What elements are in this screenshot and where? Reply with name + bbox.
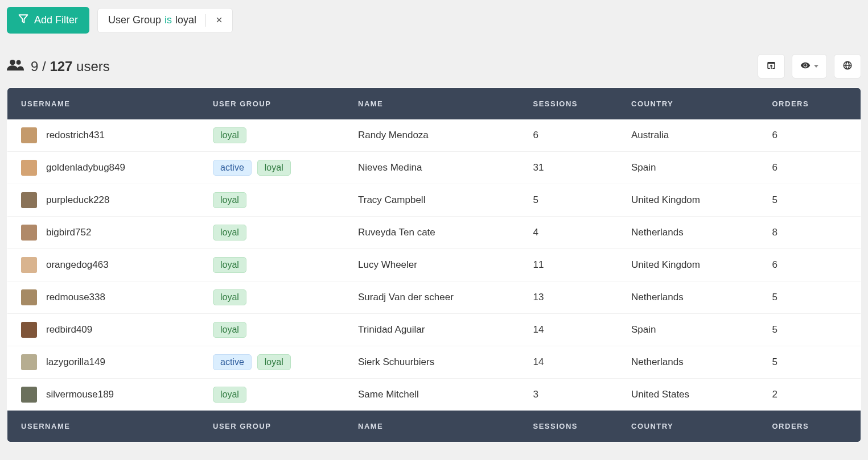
- cell-sessions: 3: [520, 379, 618, 411]
- username: redmouse338: [46, 292, 105, 303]
- add-filter-label: Add Filter: [34, 14, 78, 26]
- filter-field: User Group: [108, 14, 161, 26]
- globe-button[interactable]: [834, 54, 861, 78]
- username: bigbird752: [46, 227, 91, 238]
- cell-username: purpleduck228: [7, 184, 200, 217]
- table-row[interactable]: redostrich431loyalRandy Mendoza6Australi…: [7, 119, 861, 152]
- cell-country: Australia: [618, 119, 759, 152]
- close-icon: [215, 15, 223, 26]
- avatar: [21, 257, 37, 273]
- results-label: users: [72, 59, 109, 74]
- filter-chip[interactable]: User Group is loyal: [97, 8, 233, 33]
- tag-active: active: [213, 160, 252, 176]
- cell-name: Nieves Medina: [344, 152, 520, 184]
- avatar: [21, 160, 37, 176]
- cell-orders: 5: [759, 184, 861, 217]
- tag-loyal: loyal: [213, 289, 246, 305]
- table-row[interactable]: bigbird752loyalRuveyda Ten cate4Netherla…: [7, 217, 861, 249]
- col-footer-sessions: SESSIONS: [520, 411, 618, 442]
- avatar: [21, 322, 37, 338]
- cell-name: Sierk Schuurbiers: [344, 346, 520, 379]
- cell-country: United Kingdom: [618, 249, 759, 281]
- avatar: [21, 127, 37, 143]
- col-header-username[interactable]: USERNAME: [7, 88, 200, 120]
- cell-orders: 5: [759, 281, 861, 314]
- avatar: [21, 387, 37, 403]
- cell-username: orangedog463: [7, 249, 200, 281]
- tag-loyal: loyal: [213, 257, 246, 273]
- filter-divider: [205, 14, 206, 27]
- cell-username: redmouse338: [7, 281, 200, 314]
- username: goldenladybug849: [46, 162, 125, 173]
- add-filter-button[interactable]: Add Filter: [7, 7, 89, 34]
- users-icon: [7, 59, 24, 74]
- svg-marker-0: [19, 15, 28, 23]
- tag-loyal: loyal: [213, 192, 246, 208]
- chevron-down-icon: [814, 65, 818, 68]
- col-header-name[interactable]: NAME: [344, 88, 520, 120]
- col-header-orders[interactable]: ORDERS: [759, 88, 861, 120]
- cell-username: lazygorilla149: [7, 346, 200, 379]
- cell-name: Lucy Wheeler: [344, 249, 520, 281]
- table-footer-row: USERNAME USER GROUP NAME SESSIONS COUNTR…: [7, 411, 861, 442]
- cell-sessions: 31: [520, 152, 618, 184]
- cell-orders: 5: [759, 346, 861, 379]
- table-row[interactable]: redbird409loyalTrinidad Aguilar14Spain5: [7, 314, 861, 346]
- table-row[interactable]: orangedog463loyalLucy Wheeler11United Ki…: [7, 249, 861, 281]
- export-icon: [766, 60, 776, 72]
- username: orangedog463: [46, 259, 109, 271]
- export-button[interactable]: [758, 54, 785, 78]
- col-header-sessions[interactable]: SESSIONS: [520, 88, 618, 120]
- cell-sessions: 6: [520, 119, 618, 152]
- cell-country: United States: [618, 379, 759, 411]
- filter-value: loyal: [175, 14, 196, 26]
- table-row[interactable]: silvermouse189loyalSame Mitchell3United …: [7, 379, 861, 411]
- table-row[interactable]: goldenladybug849activeloyalNieves Medina…: [7, 152, 861, 184]
- svg-point-4: [17, 60, 21, 64]
- cell-name: Trinidad Aguilar: [344, 314, 520, 346]
- remove-filter-button[interactable]: [213, 14, 225, 27]
- username: redostrich431: [46, 130, 105, 141]
- cell-country: Netherlands: [618, 281, 759, 314]
- cell-user-group: loyal: [199, 119, 344, 152]
- cell-username: redbird409: [7, 314, 200, 346]
- cell-orders: 8: [759, 217, 861, 249]
- tag-loyal: loyal: [213, 387, 246, 403]
- cell-user-group: activeloyal: [199, 152, 344, 184]
- tag-loyal: loyal: [257, 354, 291, 370]
- col-footer-username: USERNAME: [7, 411, 200, 442]
- avatar: [21, 354, 37, 370]
- table-row[interactable]: redmouse338loyalSuradj Van der scheer13N…: [7, 281, 861, 314]
- tag-loyal: loyal: [213, 225, 246, 241]
- cell-user-group: loyal: [199, 217, 344, 249]
- cell-username: silvermouse189: [7, 379, 200, 411]
- cell-username: goldenladybug849: [7, 152, 200, 184]
- table-row[interactable]: lazygorilla149activeloyalSierk Schuurbie…: [7, 346, 861, 379]
- eye-icon: [800, 60, 811, 72]
- cell-user-group: activeloyal: [199, 346, 344, 379]
- cell-sessions: 4: [520, 217, 618, 249]
- cell-sessions: 5: [520, 184, 618, 217]
- tag-active: active: [213, 354, 252, 370]
- filtered-count: 9: [31, 59, 38, 74]
- visibility-dropdown-button[interactable]: [792, 54, 827, 78]
- username: redbird409: [46, 324, 92, 335]
- cell-orders: 2: [759, 379, 861, 411]
- cell-user-group: loyal: [199, 184, 344, 217]
- col-header-user-group[interactable]: USER GROUP: [199, 88, 344, 120]
- cell-name: Suradj Van der scheer: [344, 281, 520, 314]
- svg-point-3: [10, 59, 15, 65]
- cell-name: Randy Mendoza: [344, 119, 520, 152]
- cell-country: Spain: [618, 152, 759, 184]
- results-summary: 9 / 127 users: [7, 59, 110, 74]
- table-row[interactable]: purpleduck228loyalTracy Campbell5United …: [7, 184, 861, 217]
- cell-name: Ruveyda Ten cate: [344, 217, 520, 249]
- cell-username: bigbird752: [7, 217, 200, 249]
- col-header-country[interactable]: COUNTRY: [618, 88, 759, 120]
- username: silvermouse189: [46, 389, 114, 400]
- avatar: [21, 225, 37, 241]
- cell-country: United Kingdom: [618, 184, 759, 217]
- cell-user-group: loyal: [199, 379, 344, 411]
- results-count: 9 / 127 users: [31, 59, 110, 74]
- cell-sessions: 13: [520, 281, 618, 314]
